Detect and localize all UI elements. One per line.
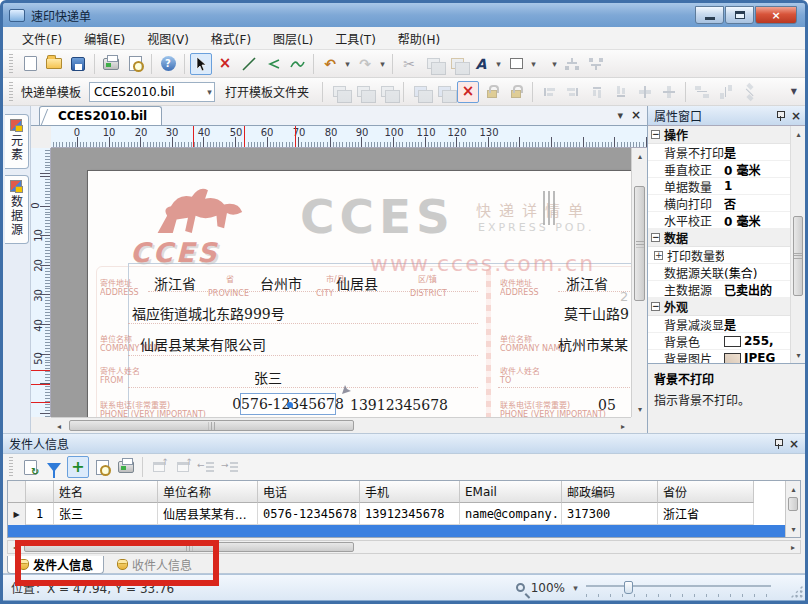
property-row[interactable]: 背景图片JPEG [648,350,805,363]
zoom-value[interactable]: 100% [531,581,565,595]
scrollbar-thumb[interactable] [634,186,645,301]
row-selector[interactable]: ▶ [8,503,26,525]
menu-file[interactable]: 文件(F) [11,28,73,49]
menu-format[interactable]: 格式(F) [200,28,262,49]
property-row[interactable]: +打印数量数 [648,247,805,264]
lock-button[interactable] [481,81,503,103]
table-horizontal-scrollbar[interactable]: ◂ ▸ [7,540,801,554]
add-row-button[interactable]: + [67,456,89,478]
connector-button[interactable] [561,53,583,75]
zoom-slider[interactable] [586,581,771,595]
bring-front-button[interactable] [409,81,431,103]
cell-province[interactable]: 浙江省 [658,503,754,525]
scroll-down-icon[interactable]: ▾ [791,347,806,363]
print-preview-button[interactable] [124,53,146,75]
scroll-down-icon[interactable]: ▾ [786,521,801,537]
cell-zipcode[interactable]: 317300 [562,503,658,525]
send-back-button[interactable] [433,81,455,103]
design-canvas[interactable]: CCES CCES 快递详情单 EXPRESS POD. www.cces.co… [51,148,631,417]
property-row[interactable]: 背景不打印是 [648,144,805,161]
scrollbar-thumb[interactable] [69,420,354,431]
menu-edit[interactable]: 编辑(E) [73,28,136,49]
scroll-up-icon[interactable]: ▴ [791,126,806,142]
align-left-button[interactable] [538,81,560,103]
redo-dropdown[interactable]: ▾ [378,59,387,69]
group-button[interactable] [328,81,350,103]
scrollbar-thumb[interactable] [788,497,798,511]
close-icon[interactable]: × [789,438,799,450]
align-top-button[interactable] [586,81,608,103]
property-category[interactable]: −数据 [648,229,805,247]
align-right-button[interactable] [562,81,584,103]
cell-mobile[interactable]: 13912345678 [360,503,460,525]
property-row[interactable]: 垂直校正0 毫米 [648,161,805,178]
resize-grip[interactable] [790,585,803,598]
maximize-button[interactable] [725,6,754,24]
canvas-vertical-scrollbar[interactable]: ▴ ▾ [631,148,647,417]
pin-icon[interactable] [774,438,783,449]
menu-tools[interactable]: 工具(T) [324,28,387,49]
import-button[interactable] [196,456,218,478]
scroll-left-icon[interactable]: ◂ [51,418,67,434]
minimize-button[interactable] [695,6,724,24]
tab-receiver-info[interactable]: 收件人信息 [106,556,203,574]
print-button[interactable] [115,456,137,478]
export-button[interactable] [220,456,242,478]
space-horizontal-button[interactable] [691,81,713,103]
canvas-horizontal-scrollbar[interactable]: ◂ ▸ [51,417,631,433]
property-row[interactable]: 横向打印否 [648,195,805,212]
move-last-button[interactable] [172,456,194,478]
property-row[interactable]: 水平校正0 毫米 [648,212,805,229]
open-button[interactable] [43,53,65,75]
space-vertical-button[interactable] [715,81,737,103]
cut-button[interactable]: ✂ [398,53,420,75]
slider-thumb[interactable] [624,581,633,594]
line-tool-button[interactable] [238,53,260,75]
delete-element-button[interactable]: × [457,81,479,103]
toolbar-overflow-button[interactable]: ▼ [791,87,797,96]
scrollbar-thumb[interactable] [24,542,354,552]
refresh-button[interactable]: ↻ [19,456,41,478]
properties-scrollbar[interactable]: ▴ ▾ [790,126,805,363]
scrollbar-thumb[interactable] [793,216,803,296]
copy-button[interactable] [422,53,444,75]
new-row-highlight[interactable] [8,525,800,537]
zoom-dropdown-icon[interactable]: ▾ [571,583,580,593]
scroll-down-icon[interactable]: ▾ [632,401,648,417]
scroll-up-icon[interactable]: ▴ [786,481,801,497]
pin-icon[interactable] [776,110,785,121]
help-button[interactable]: ? [157,53,179,75]
property-category[interactable]: −操作 [648,126,805,144]
ungroup-button[interactable] [352,81,374,103]
property-row[interactable]: 主数据源已卖出的 [648,281,805,298]
undo-dropdown[interactable]: ▾ [343,59,352,69]
print-button[interactable] [100,53,122,75]
scroll-right-icon[interactable]: ▸ [786,541,800,553]
move-first-button[interactable] [148,456,170,478]
sidebar-tab-datasource[interactable]: 数据源 [5,175,29,244]
template-combobox[interactable]: CCES2010.bil ▾ [89,82,215,102]
close-icon[interactable]: × [791,110,801,122]
document-tab[interactable]: CCES2010.bil [39,106,162,125]
regroup-button[interactable] [376,81,398,103]
property-category[interactable]: −外观 [648,298,805,316]
pointer-tool-button[interactable] [190,53,212,75]
cell-email[interactable]: name@company... [460,503,562,525]
table-row[interactable]: ▶ 1 张三 仙居县某某有... 0576-12345678 139123456… [8,503,800,525]
unlock-button[interactable] [505,81,527,103]
menu-view[interactable]: 视图(V) [136,28,200,49]
scroll-right-icon[interactable]: ▸ [615,418,631,434]
column-header[interactable]: 单位名称 [158,481,258,503]
selection-handle[interactable] [287,402,293,408]
column-header[interactable]: 手机 [360,481,460,503]
polyline-tool-button[interactable] [262,53,284,75]
tab-close-icon[interactable]: × [631,109,641,122]
scroll-up-icon[interactable]: ▴ [632,148,648,164]
column-header[interactable]: 省份 [658,481,754,503]
preview-button[interactable] [91,456,113,478]
same-size-button[interactable] [739,81,761,103]
column-header[interactable]: EMail [460,481,562,503]
cell-phone[interactable]: 0576-12345678 [258,503,360,525]
font-button[interactable]: A [470,53,492,75]
sidebar-tab-elements[interactable]: 元素 [5,114,29,169]
